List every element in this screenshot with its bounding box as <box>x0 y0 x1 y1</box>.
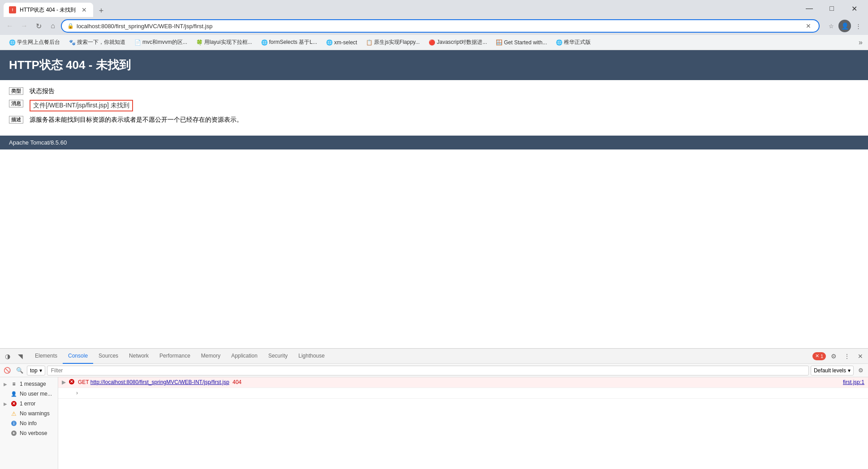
inspect-element-icon[interactable]: ◑ <box>2 350 13 362</box>
message-type-icon: ≡ <box>11 381 17 387</box>
tab-security[interactable]: Security <box>263 349 293 364</box>
console-filter-toggle[interactable]: 🔍 <box>14 365 25 376</box>
sidebar-verbose-label: No verbose <box>20 430 47 436</box>
console-level-select[interactable]: Default levels ▾ <box>811 366 854 375</box>
bookmark-1[interactable]: 🐾 搜索一下，你就知道 <box>65 37 129 48</box>
devtools-close-icon[interactable]: ✕ <box>855 350 866 362</box>
sidebar-errors-label: 1 error <box>20 401 35 407</box>
bookmark-favicon-3: 🍀 <box>196 39 202 46</box>
bookmarks-more-button[interactable]: » <box>859 38 863 47</box>
console-settings-icon[interactable]: ⚙ <box>855 365 866 376</box>
bookmark-5[interactable]: 🌐 xm-select <box>322 37 361 48</box>
bookmark-favicon-6: 📋 <box>366 39 372 46</box>
bookmark-7[interactable]: 🔴 Javascript对数据进... <box>425 37 490 48</box>
device-toggle-icon[interactable]: ◥ <box>14 350 26 362</box>
address-bar[interactable]: 🔒 ✕ <box>61 19 820 33</box>
error-count: 1 <box>821 354 823 359</box>
bookmark-2[interactable]: 📄 mvc和mvvm的区... <box>131 37 191 48</box>
message-value: 文件[/WEB-INT/jsp/first.jsp] 未找到 <box>30 100 133 111</box>
console-main: ▶ ≡ 1 message 👤 No user me... ▶ ✕ 1 erro… <box>0 377 868 469</box>
error-row-description: 描述 源服务器未能找到目标资源的表示或者是不愿公开一个已经存在的资源表示。 <box>9 116 859 124</box>
tab-sources[interactable]: Sources <box>93 349 124 364</box>
refresh-button[interactable]: ↻ <box>32 20 45 32</box>
console-filter-input[interactable] <box>47 366 809 375</box>
back-button[interactable]: ← <box>4 20 16 32</box>
tab-console[interactable]: Console <box>63 349 93 364</box>
row-text: GET http://localhost:8080/first_springMV… <box>78 379 843 385</box>
more-button[interactable]: ⋮ <box>852 20 864 32</box>
sidebar-item-info[interactable]: i No info <box>0 418 58 428</box>
error-title: HTTP状态 404 - 未找到 <box>9 57 859 73</box>
message-badge-box: 消息 <box>9 100 23 107</box>
bookmark-8[interactable]: 🪟 Get Started with... <box>492 37 550 48</box>
new-tab-button[interactable]: + <box>95 4 107 17</box>
sidebar-item-user-messages[interactable]: 👤 No user me... <box>0 389 58 399</box>
forward-button[interactable]: → <box>18 20 30 32</box>
chevron-down-icon: ▾ <box>39 367 42 374</box>
type-badge: 类型 <box>9 87 26 95</box>
error-type-icon: ✕ <box>11 401 17 407</box>
home-button[interactable]: ⌂ <box>47 20 59 32</box>
tab-favicon: ! <box>9 6 16 13</box>
nav-right-controls: ☆ 👤 ⋮ <box>825 20 864 32</box>
settings-icon[interactable]: ⚙ <box>828 350 839 362</box>
bookmark-label-6: 原生js实现Flappy... <box>374 38 420 46</box>
console-context-value: top <box>30 367 38 374</box>
sidebar-item-messages[interactable]: ▶ ≡ 1 message <box>0 379 58 389</box>
continuation-chevron-icon: › <box>76 390 78 396</box>
error-header: HTTP状态 404 - 未找到 <box>0 50 868 80</box>
bookmark-0[interactable]: 🌐 学生网上点餐后台 <box>5 37 64 48</box>
description-badge: 描述 <box>9 116 26 124</box>
maximize-button[interactable]: □ <box>821 1 842 16</box>
sidebar-item-verbose[interactable]: ✦ No verbose <box>0 428 58 438</box>
bookmark-4[interactable]: 🌐 formSelects 基于L... <box>258 37 321 48</box>
level-value: Default levels <box>814 367 846 374</box>
devtools-more-icon[interactable]: ⋮ <box>841 350 853 362</box>
console-log-content: ▶ ✕ GET http://localhost:8080/first_spri… <box>58 377 868 469</box>
row-expand-icon[interactable]: ▶ <box>62 379 69 385</box>
tab-close-button[interactable]: ✕ <box>81 6 88 13</box>
bookmark-3[interactable]: 🍀 用layui实现下拉框... <box>193 37 256 48</box>
bookmark-label-4: formSelects 基于L... <box>269 38 317 46</box>
source-link[interactable]: first.jsp:1 <box>843 379 864 385</box>
tab-memory[interactable]: Memory <box>196 349 226 364</box>
active-tab[interactable]: ! HTTP状态 404 - 未找到 ✕ <box>4 3 93 17</box>
bookmark-label-0: 学生网上点餐后台 <box>17 38 60 46</box>
lock-icon: 🔒 <box>67 23 74 29</box>
tab-elements[interactable]: Elements <box>30 349 63 364</box>
sidebar-messages-label: 1 message <box>20 381 46 387</box>
bookmark-label-7: Javascript对数据进... <box>437 38 487 46</box>
error-icon-small: ✕ <box>815 353 819 359</box>
error-row-message: 消息 文件[/WEB-INT/jsp/first.jsp] 未找到 <box>9 100 859 111</box>
error-url-link[interactable]: http://localhost:8080/first_springMVC/WE… <box>90 379 229 385</box>
bookmark-favicon-1: 🐾 <box>69 39 75 46</box>
verbose-type-icon: ✦ <box>11 430 17 436</box>
tab-performance[interactable]: Performance <box>154 349 196 364</box>
reload-icon[interactable]: ✕ <box>804 21 813 31</box>
tab-lighthouse[interactable]: Lighthouse <box>293 349 330 364</box>
level-chevron-icon: ▾ <box>848 367 851 374</box>
info-type-icon: i <box>11 420 17 426</box>
address-input[interactable] <box>77 23 801 30</box>
tab-application[interactable]: Application <box>226 349 263 364</box>
bookmark-favicon-9: 🌐 <box>556 39 562 46</box>
close-button[interactable]: ✕ <box>844 1 864 16</box>
sidebar-item-errors[interactable]: ▶ ✕ 1 error <box>0 399 58 409</box>
warning-type-icon: ⚠ <box>11 410 17 417</box>
console-context-select[interactable]: top ▾ <box>27 366 45 375</box>
type-value: 状态报告 <box>30 87 55 95</box>
tab-network[interactable]: Network <box>124 349 154 364</box>
bookmark-favicon-8: 🪟 <box>496 39 502 46</box>
profile-button[interactable]: 👤 <box>838 20 851 32</box>
bookmark-label-1: 搜索一下，你就知道 <box>77 38 125 46</box>
sidebar-item-warnings[interactable]: ⚠ No warnings <box>0 409 58 418</box>
title-bar: ! HTTP状态 404 - 未找到 ✕ + — □ ✕ <box>0 0 868 17</box>
minimize-button[interactable]: — <box>799 1 820 16</box>
bookmark-9[interactable]: 🌐 稚华正式版 <box>552 37 594 48</box>
address-actions: ✕ <box>804 21 813 31</box>
sidebar-user-messages-label: No user me... <box>20 391 52 397</box>
star-button[interactable]: ☆ <box>825 20 838 32</box>
bookmark-6[interactable]: 📋 原生js实现Flappy... <box>362 37 423 48</box>
clear-console-button[interactable]: 🚫 <box>2 365 13 376</box>
bookmark-favicon-7: 🔴 <box>429 39 435 46</box>
